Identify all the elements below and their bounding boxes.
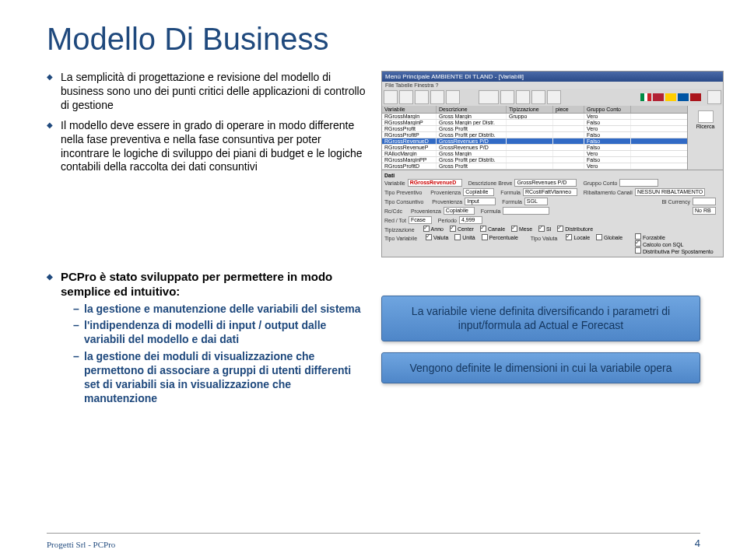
- provenienza-field[interactable]: Copiabile: [463, 188, 494, 196]
- toolbar-btn[interactable]: [415, 90, 429, 104]
- upper-columns: La semplicità di progettazione e revisio…: [47, 71, 700, 257]
- mese-checkbox[interactable]: [511, 226, 517, 232]
- toolbar-btn[interactable]: [479, 90, 499, 104]
- lower-left: PCPro è stato sviluppato per permettere …: [47, 270, 366, 409]
- flag-icon[interactable]: [665, 93, 676, 101]
- flag-icon[interactable]: [678, 93, 689, 101]
- globale-radio[interactable]: [596, 234, 602, 240]
- anno-checkbox[interactable]: [423, 226, 430, 232]
- footer-rule: [47, 533, 700, 534]
- table-row[interactable]: RGrossProfitPGross Profit per Distrib.Fa…: [382, 132, 687, 138]
- table-row[interactable]: RGrossMarginPGross Margin per Distr.Fals…: [382, 120, 687, 126]
- sub-bullet-3: la gestione dei moduli di visualizzazion…: [73, 350, 366, 406]
- table-row-selected[interactable]: RGrossRevenueDGrossRevenues P/DFalso: [382, 138, 687, 145]
- blcurrency-field[interactable]: [693, 198, 716, 205]
- table-row[interactable]: RGrossRevenuePGrossRevenues P/DFalso: [382, 145, 687, 151]
- distributore-checkbox[interactable]: [557, 226, 563, 232]
- top-bullets: La semplicità di progettazione e revisio…: [47, 71, 366, 174]
- formula3-field[interactable]: [503, 207, 549, 215]
- norb-field[interactable]: No RB: [693, 207, 716, 215]
- page-number: 4: [695, 537, 700, 549]
- toolbar-btn[interactable]: [430, 90, 444, 104]
- upper-left: La semplicità di progettazione e revisio…: [47, 71, 366, 257]
- toolbar-btn[interactable]: [446, 90, 460, 104]
- app-menubar[interactable]: File Tabelle Finestra ?: [382, 82, 723, 89]
- detail-panel: Dati VariabileRGrossRevenueD Descrizione…: [382, 170, 723, 257]
- toolbar-btn[interactable]: [399, 90, 413, 104]
- bullet-2: Il modello deve essere in grado di opera…: [47, 119, 366, 175]
- col-descrizione[interactable]: Descrizione: [437, 106, 507, 113]
- sub-bullet-1: la gestione e manutenzione delle variabi…: [73, 303, 366, 317]
- formula-field[interactable]: RCostiFattVtanneo: [523, 188, 577, 196]
- canale-checkbox[interactable]: [480, 226, 486, 232]
- provenienza2-field[interactable]: Input: [465, 198, 496, 205]
- fcase-field[interactable]: Fcase: [409, 216, 432, 224]
- lower-right: La variabile viene definita diversifican…: [381, 270, 700, 409]
- grid-header: Variabile Descrizione Tipizzazione piece…: [382, 106, 687, 114]
- grid-body: RGrossMarginGross MarginGruppoVero RGros…: [382, 114, 687, 170]
- slide: Modello Di Business La semplicità di pro…: [0, 0, 747, 560]
- sl-checkbox[interactable]: [538, 226, 545, 232]
- percentuale-radio[interactable]: [482, 234, 488, 240]
- footer-left: Progetti Srl - PCPro: [47, 540, 115, 549]
- toolbar-btn[interactable]: [531, 90, 545, 104]
- flag-icon[interactable]: [690, 93, 701, 101]
- descbreve-field[interactable]: GrossRevenues P/D: [514, 179, 577, 187]
- distribspost-checkbox[interactable]: [635, 247, 641, 254]
- dati-label: Dati: [384, 173, 721, 178]
- app-toolbar: [382, 89, 723, 106]
- col-variabile[interactable]: Variabile: [382, 106, 437, 113]
- table-row[interactable]: RAllocMarginGross MarginVero: [382, 151, 687, 157]
- table-row[interactable]: RGrossMarginGross MarginGruppoVero: [382, 114, 687, 120]
- table-row[interactable]: RGrossMarginPPGross Profit per Distrib.F…: [382, 157, 687, 163]
- gruppoconto-field[interactable]: [619, 179, 658, 187]
- lead-text: PCPro è stato sviluppato per permettere …: [47, 270, 366, 299]
- toolbar-btn[interactable]: [516, 90, 530, 104]
- col-piece[interactable]: piece: [553, 106, 584, 113]
- col-gruppoconto[interactable]: Gruppo Conto: [584, 106, 631, 113]
- ricerca-label: Ricerca: [696, 124, 715, 129]
- col-tipizzazione[interactable]: Tipizzazione: [507, 106, 553, 113]
- bottom-buttons: Nuovo Duplica Elimina Esci Dettagli Non …: [382, 257, 723, 257]
- callout-2: Vengono definite le dimensioni in cui la…: [381, 352, 700, 383]
- search-icon[interactable]: [707, 90, 721, 104]
- unita-radio[interactable]: [454, 234, 461, 240]
- search-icon[interactable]: [698, 110, 714, 123]
- flag-icon[interactable]: [653, 93, 664, 101]
- table-row[interactable]: RGrossProfitGross ProfitVero: [382, 126, 687, 132]
- toolbar-btn[interactable]: [384, 90, 398, 104]
- sub-bullets: la gestione e manutenzione delle variabi…: [47, 303, 366, 406]
- periodo-field[interactable]: 4,999: [459, 216, 482, 224]
- lower-columns: PCPro è stato sviluppato per permettere …: [47, 270, 700, 409]
- locale-radio[interactable]: [566, 234, 572, 240]
- variabile-field[interactable]: RGrossRevenueD: [408, 179, 462, 187]
- app-screenshot: Menú Principale AMBIENTE DI TLAND - [Var…: [381, 71, 724, 257]
- ribaltamento-field[interactable]: NESSUN RIBALTAMENTO: [635, 188, 705, 196]
- side-search: Ricerca: [687, 106, 723, 170]
- app-window-title: Menú Principale AMBIENTE DI TLAND - [Var…: [382, 72, 723, 82]
- flag-icon[interactable]: [640, 93, 651, 101]
- bullet-1: La semplicità di progettazione e revisio…: [47, 71, 366, 113]
- toolbar-btn[interactable]: [500, 90, 514, 104]
- valuta-radio[interactable]: [426, 234, 432, 240]
- sub-bullet-2: l'indipendenza di modelli di input / out…: [73, 319, 366, 347]
- provenienza3-field[interactable]: Copiabile: [444, 207, 475, 215]
- center-checkbox[interactable]: [450, 226, 456, 232]
- formula2-field[interactable]: SGL: [524, 198, 548, 205]
- footer: Progetti Srl - PCPro 4: [47, 537, 700, 549]
- page-title: Modello Di Business: [47, 22, 700, 57]
- callout-1: La variabile viene definita diversifican…: [381, 296, 700, 341]
- calcolosql-checkbox[interactable]: [635, 240, 641, 247]
- upper-right: Menú Principale AMBIENTE DI TLAND - [Var…: [381, 71, 724, 257]
- toolbar-btn[interactable]: [547, 90, 561, 104]
- table-row[interactable]: RGrossProfitDGross ProfitVero: [382, 163, 687, 170]
